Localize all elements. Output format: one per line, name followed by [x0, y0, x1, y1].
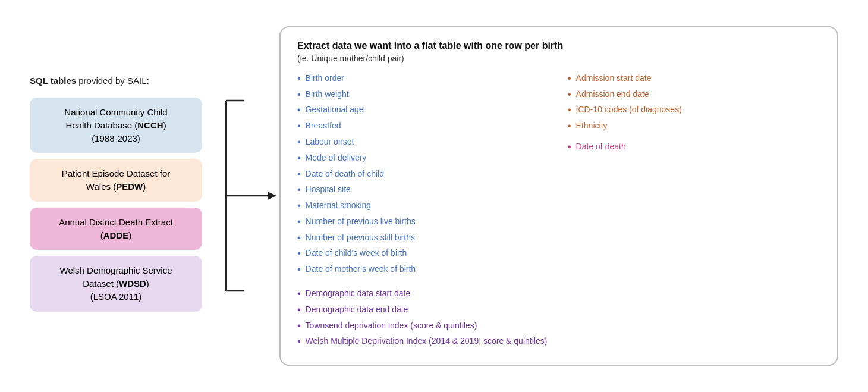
bullet-icon: •	[297, 73, 301, 85]
bullet-icon: •	[568, 89, 571, 101]
list-item: • Number of previous still births	[297, 232, 550, 244]
bullet-icon: •	[297, 304, 301, 316]
item-label: Townsend deprivation index (score & quin…	[306, 320, 477, 332]
bullet-icon: •	[297, 136, 301, 149]
item-label: Number of previous still births	[306, 232, 415, 244]
bracket-arrow-svg	[220, 83, 279, 309]
list-item: • Townsend deprivation index (score & qu…	[297, 320, 820, 333]
db-box-ncch: National Community ChildHealth Database …	[30, 98, 202, 153]
item-label: Demographic data end date	[306, 304, 408, 316]
item-label: Birth order	[306, 73, 344, 84]
list-item: • Date of mother's week of birth	[297, 264, 550, 276]
bullet-icon: •	[568, 141, 571, 153]
item-label: Admission start date	[576, 73, 652, 84]
arrow-section	[220, 83, 279, 309]
list-item: • Breastfed	[297, 120, 550, 133]
left-panel: SQL tables provided by SAIL: National Co…	[30, 74, 220, 318]
left-header: SQL tables provided by SAIL:	[30, 74, 220, 87]
extract-subtitle: (ie. Unique mother/child pair)	[297, 54, 820, 63]
list-item: • Birth order	[297, 73, 550, 85]
item-label: Admission end date	[576, 89, 649, 101]
list-item: • Number of previous live births	[297, 216, 550, 228]
bullet-icon: •	[297, 168, 301, 181]
list-item: • Date of death	[568, 141, 820, 153]
columns-top: • Birth order • Birth weight • Gestation…	[297, 73, 820, 280]
db-box-adde: Annual District Death Extract(ADDE)	[30, 208, 202, 250]
extract-title: Extract data we want into a flat table w…	[297, 40, 820, 51]
bullet-icon: •	[297, 152, 301, 165]
bullet-icon: •	[297, 335, 301, 348]
bullet-icon: •	[297, 216, 301, 228]
list-item: • Welsh Multiple Deprivation Index (2014…	[297, 335, 820, 348]
list-item: • Labour onset	[297, 136, 550, 149]
bullet-icon: •	[297, 320, 301, 333]
bullet-icon: •	[297, 89, 301, 101]
list-item: • Mode of delivery	[297, 152, 550, 165]
sql-label: SQL tables	[30, 76, 76, 86]
list-item: • Ethnicity	[568, 120, 820, 133]
bullet-icon: •	[297, 288, 301, 300]
svg-marker-5	[268, 192, 276, 200]
list-item: • Hospital site	[297, 184, 550, 196]
list-item: • ICD-10 codes (of diagnoses)	[568, 104, 820, 117]
item-label: Welsh Multiple Deprivation Index (2014 &…	[306, 335, 548, 347]
item-label: Ethnicity	[576, 120, 608, 132]
col-orange-pink: • Admission start date • Admission end d…	[568, 73, 820, 280]
item-label: Labour onset	[306, 136, 354, 148]
item-label: Mode of delivery	[306, 152, 367, 164]
db-box-wdsd: Welsh Demographic ServiceDataset (WDSD)(…	[30, 256, 202, 311]
col-blue: • Birth order • Birth weight • Gestation…	[297, 73, 550, 280]
list-item: • Date of death of child	[297, 168, 550, 181]
list-item: • Maternal smoking	[297, 200, 550, 212]
bullet-icon: •	[568, 104, 571, 117]
item-label: Birth weight	[306, 89, 349, 101]
list-item: • Admission end date	[568, 89, 820, 101]
right-panel: Extract data we want into a flat table w…	[279, 26, 838, 366]
bullet-icon: •	[297, 104, 301, 117]
bullet-icon: •	[568, 120, 571, 133]
bullet-icon: •	[297, 120, 301, 133]
item-label: Number of previous live births	[306, 216, 416, 228]
bullet-icon: •	[297, 264, 301, 276]
bullet-icon: •	[568, 73, 571, 85]
item-label: Breastfed	[306, 120, 341, 132]
main-container: SQL tables provided by SAIL: National Co…	[18, 14, 850, 378]
item-label: Gestational age	[306, 104, 364, 116]
bullet-icon: •	[297, 200, 301, 212]
db-box-pedw: Patient Episode Dataset forWales (PEDW)	[30, 159, 202, 202]
item-label: Date of death of child	[306, 168, 384, 180]
bullet-icon: •	[297, 232, 301, 244]
bullet-icon: •	[297, 247, 301, 260]
provided-by: provided by SAIL:	[76, 76, 149, 86]
list-item: • Date of child's week of birth	[297, 247, 550, 260]
item-label: Maternal smoking	[306, 200, 372, 212]
item-label: Demographic data start date	[306, 288, 411, 300]
item-label: Date of child's week of birth	[306, 247, 407, 259]
list-item: • Demographic data start date	[297, 288, 820, 300]
col-purple: • Demographic data start date • Demograp…	[297, 288, 820, 348]
list-item: • Demographic data end date	[297, 304, 820, 316]
list-item: • Admission start date	[568, 73, 820, 85]
list-item: • Gestational age	[297, 104, 550, 117]
item-label: Date of death	[576, 141, 626, 153]
item-label: Date of mother's week of birth	[306, 264, 416, 275]
bullet-icon: •	[297, 184, 301, 196]
item-label: Hospital site	[306, 184, 351, 196]
item-label: ICD-10 codes (of diagnoses)	[576, 104, 682, 116]
list-item: • Birth weight	[297, 89, 550, 101]
